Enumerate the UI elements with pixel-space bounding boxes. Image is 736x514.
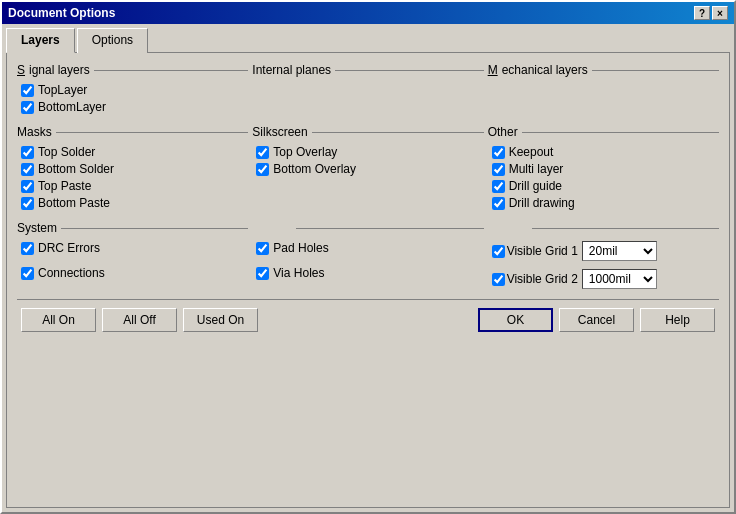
internal-planes-label: Internal planes xyxy=(252,63,483,77)
ok-button[interactable]: OK xyxy=(478,308,553,332)
visible-grid-2-dropdown[interactable]: 1000mil 500mil 100mil 50mil xyxy=(582,269,657,289)
drill-drawing-checkbox[interactable] xyxy=(492,197,505,210)
system-mid-spacer: System xyxy=(252,221,483,235)
via-holes-label: Via Holes xyxy=(273,266,324,280)
list-item: Drill drawing xyxy=(488,196,719,210)
drc-errors-label: DRC Errors xyxy=(38,241,100,255)
masks-label: Masks xyxy=(17,125,248,139)
help-title-btn[interactable]: ? xyxy=(694,6,710,20)
silkscreen-section: Silkscreen Top Overlay Bottom Overlay xyxy=(252,125,483,213)
multi-layer-checkbox[interactable] xyxy=(492,163,505,176)
help-button[interactable]: Help xyxy=(640,308,715,332)
list-item: BottomLayer xyxy=(17,100,248,114)
internal-planes-section: Internal planes xyxy=(252,63,483,117)
top-paste-label: Top Paste xyxy=(38,179,91,193)
system-sections: System DRC Errors Connections System xyxy=(17,221,719,293)
list-item: Connections xyxy=(17,266,248,280)
system-right-spacer: System xyxy=(488,221,719,235)
bottomlayer-checkbox[interactable] xyxy=(21,101,34,114)
visible-grid-1-dropdown[interactable]: 20mil 10mil 5mil 1mil xyxy=(582,241,657,261)
via-holes-checkbox[interactable] xyxy=(256,267,269,280)
top-paste-checkbox[interactable] xyxy=(21,180,34,193)
pad-holes-label: Pad Holes xyxy=(273,241,328,255)
tab-layers[interactable]: Layers xyxy=(6,28,75,53)
other-label: Other xyxy=(488,125,719,139)
title-bar-buttons: ? × xyxy=(694,6,728,20)
bottomlayer-label: BottomLayer xyxy=(38,100,106,114)
list-item: Keepout xyxy=(488,145,719,159)
title-bar: Document Options ? × xyxy=(2,2,734,24)
visible-grid-2-label: Visible Grid 2 xyxy=(507,272,578,286)
toplayer-checkbox[interactable] xyxy=(21,84,34,97)
tab-options[interactable]: Options xyxy=(77,28,148,53)
window-title: Document Options xyxy=(8,6,115,20)
main-content: Layers Options Signal layers TopLayer Bo… xyxy=(2,24,734,512)
bottom-paste-checkbox[interactable] xyxy=(21,197,34,210)
toplayer-label: TopLayer xyxy=(38,83,87,97)
used-on-button[interactable]: Used On xyxy=(183,308,258,332)
system-label: System xyxy=(17,221,248,235)
visible-grid-1-label: Visible Grid 1 xyxy=(507,244,578,258)
signal-layers-label: Signal layers xyxy=(17,63,248,77)
system-section-right: System Visible Grid 1 20mil 10mil 5mil 1… xyxy=(488,221,719,293)
list-item: Bottom Overlay xyxy=(252,162,483,176)
list-item: Multi layer xyxy=(488,162,719,176)
keepout-checkbox[interactable] xyxy=(492,146,505,159)
connections-checkbox[interactable] xyxy=(21,267,34,280)
mid-sections: Masks Top Solder Bottom Solder Top Paste xyxy=(17,125,719,213)
document-options-window: Document Options ? × Layers Options Sign… xyxy=(0,0,736,514)
list-item: TopLayer xyxy=(17,83,248,97)
list-item: Top Paste xyxy=(17,179,248,193)
list-item: Bottom Paste xyxy=(17,196,248,210)
list-item: Visible Grid 2 1000mil 500mil 100mil 50m… xyxy=(488,269,719,289)
list-item: Drill guide xyxy=(488,179,719,193)
drill-guide-checkbox[interactable] xyxy=(492,180,505,193)
list-item: Via Holes xyxy=(252,266,483,280)
tab-bar: Layers Options xyxy=(6,28,730,53)
visible-grid-1-checkbox[interactable] xyxy=(492,245,505,258)
bottom-overlay-checkbox[interactable] xyxy=(256,163,269,176)
bottom-solder-label: Bottom Solder xyxy=(38,162,114,176)
drill-drawing-label: Drill drawing xyxy=(509,196,575,210)
drc-errors-checkbox[interactable] xyxy=(21,242,34,255)
top-solder-label: Top Solder xyxy=(38,145,95,159)
top-sections: Signal layers TopLayer BottomLayer Inter… xyxy=(17,63,719,117)
list-item: Bottom Solder xyxy=(17,162,248,176)
list-item: DRC Errors xyxy=(17,241,248,255)
multi-layer-label: Multi layer xyxy=(509,162,564,176)
masks-section: Masks Top Solder Bottom Solder Top Paste xyxy=(17,125,248,213)
all-on-button[interactable]: All On xyxy=(21,308,96,332)
other-section: Other Keepout Multi layer Drill guide xyxy=(488,125,719,213)
mechanical-layers-label: Mechanical layers xyxy=(488,63,719,77)
top-solder-checkbox[interactable] xyxy=(21,146,34,159)
system-section-mid: System Pad Holes Via Holes xyxy=(252,221,483,293)
connections-label: Connections xyxy=(38,266,105,280)
top-overlay-checkbox[interactable] xyxy=(256,146,269,159)
bottom-paste-label: Bottom Paste xyxy=(38,196,110,210)
close-title-btn[interactable]: × xyxy=(712,6,728,20)
bottom-buttons-bar: All On All Off Used On OK Cancel Help xyxy=(17,299,719,336)
all-off-button[interactable]: All Off xyxy=(102,308,177,332)
list-item: Pad Holes xyxy=(252,241,483,255)
cancel-button[interactable]: Cancel xyxy=(559,308,634,332)
mechanical-layers-section: Mechanical layers xyxy=(488,63,719,117)
pad-holes-checkbox[interactable] xyxy=(256,242,269,255)
silkscreen-label: Silkscreen xyxy=(252,125,483,139)
drill-guide-label: Drill guide xyxy=(509,179,562,193)
top-overlay-label: Top Overlay xyxy=(273,145,337,159)
list-item: Top Solder xyxy=(17,145,248,159)
tab-content-layers: Signal layers TopLayer BottomLayer Inter… xyxy=(6,52,730,508)
keepout-label: Keepout xyxy=(509,145,554,159)
signal-layers-section: Signal layers TopLayer BottomLayer xyxy=(17,63,248,117)
bottom-overlay-label: Bottom Overlay xyxy=(273,162,356,176)
system-section-left: System DRC Errors Connections xyxy=(17,221,248,293)
bottom-solder-checkbox[interactable] xyxy=(21,163,34,176)
list-item: Top Overlay xyxy=(252,145,483,159)
list-item: Visible Grid 1 20mil 10mil 5mil 1mil xyxy=(488,241,719,261)
visible-grid-2-checkbox[interactable] xyxy=(492,273,505,286)
